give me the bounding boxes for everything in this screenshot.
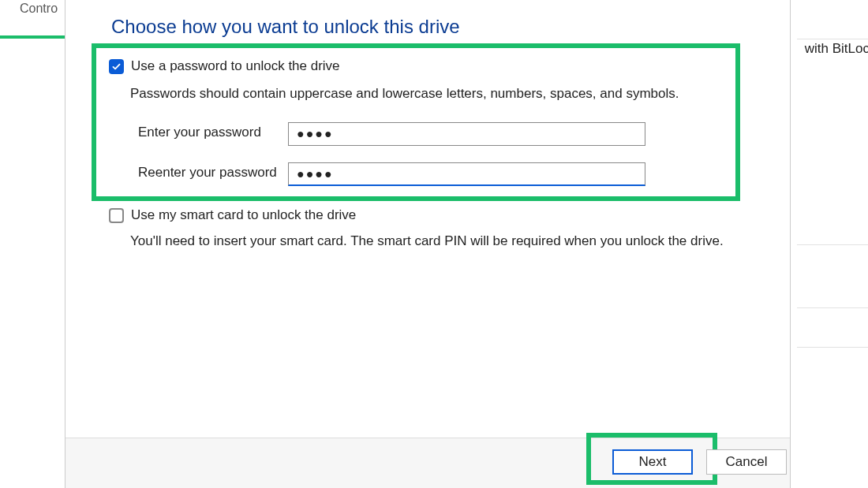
reenter-password-value: ●●●● — [297, 167, 334, 181]
dialog-title: Choose how you want to unlock this drive — [111, 16, 460, 38]
background-divider — [797, 307, 868, 308]
reenter-password-label: Reenter your password — [138, 165, 288, 181]
password-description: Passwords should contain uppercase and l… — [130, 86, 679, 102]
use-password-checkbox[interactable] — [109, 59, 124, 74]
use-smartcard-label: Use my smart card to unlock the drive — [131, 207, 356, 223]
use-smartcard-checkbox[interactable] — [109, 208, 124, 223]
checkmark-icon — [111, 61, 122, 72]
enter-password-row: Enter your password — [138, 125, 288, 140]
background-control-panel-text: Contro — [20, 2, 58, 16]
use-password-option[interactable]: Use a password to unlock the drive — [109, 58, 340, 74]
cancel-button-label: Cancel — [726, 454, 768, 470]
reenter-password-row: Reenter your password — [138, 165, 288, 181]
cancel-button[interactable]: Cancel — [706, 449, 787, 475]
next-button-label: Next — [639, 454, 667, 470]
bitlocker-unlock-dialog: Choose how you want to unlock this drive… — [65, 0, 791, 488]
enter-password-value: ●●●● — [297, 127, 334, 141]
use-password-label: Use a password to unlock the drive — [131, 58, 340, 74]
reenter-password-input[interactable]: ●●●● — [288, 162, 645, 186]
use-smartcard-option[interactable]: Use my smart card to unlock the drive — [109, 207, 356, 223]
enter-password-label: Enter your password — [138, 125, 288, 140]
enter-password-input[interactable]: ●●●● — [288, 122, 645, 146]
smartcard-description: You'll need to insert your smart card. T… — [130, 233, 724, 249]
background-divider — [797, 347, 868, 348]
background-divider — [797, 39, 868, 39]
next-button[interactable]: Next — [612, 449, 693, 475]
background-bitlocker-text: with BitLoc — [805, 41, 868, 57]
background-divider — [797, 244, 868, 245]
